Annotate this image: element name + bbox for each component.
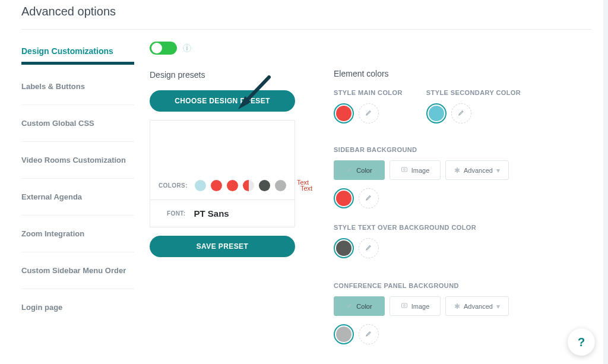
preset-color-5: [259, 180, 270, 191]
colors-label: COLORS:: [159, 182, 188, 189]
preset-color-1: [195, 180, 206, 191]
sidebar-item-zoom[interactable]: Zoom Integration: [21, 216, 134, 252]
svg-point-1: [403, 169, 405, 170]
preset-card: COLORS: FONT: PT Sans: [150, 120, 295, 227]
sidebar-item-login-page[interactable]: Login page: [21, 289, 134, 325]
sidebar-item-external-agenda[interactable]: External Agenda: [21, 179, 134, 216]
sidebar-item-labels-buttons[interactable]: Labels & Buttons: [21, 68, 134, 105]
preset-color-4: [243, 180, 254, 191]
sidebar-bg-color-swatch[interactable]: [334, 188, 354, 208]
eyedropper-icon[interactable]: [359, 324, 379, 344]
conf-panel-color-swatch[interactable]: [334, 324, 354, 344]
conf-panel-tab-image[interactable]: Image: [390, 296, 441, 316]
conf-panel-tab-color[interactable]: Color: [334, 296, 385, 316]
gear-icon: ✱: [454, 166, 460, 175]
chevron-down-icon: ▾: [496, 166, 500, 175]
preset-color-6: [275, 180, 286, 191]
camera-icon: [401, 166, 408, 175]
tab-design-customizations[interactable]: Design Customizations: [21, 42, 134, 65]
info-icon[interactable]: i: [183, 44, 191, 52]
svg-rect-2: [401, 303, 407, 308]
sidebar-bg-tab-color[interactable]: Color: [334, 160, 385, 180]
element-colors-title: Element colors: [334, 69, 591, 78]
svg-point-3: [403, 305, 405, 306]
eyedropper-icon[interactable]: [359, 188, 379, 208]
sidebar-item-video-rooms[interactable]: Video Rooms Customization: [21, 142, 134, 179]
style-main-color-label: STYLE MAIN COLOR: [334, 89, 403, 96]
font-label: FONT:: [167, 210, 185, 217]
preset-color-3: [227, 180, 238, 191]
camera-icon: [401, 302, 408, 311]
conference-panel-bg-label: CONFERENCE PANEL BACKGROUND: [334, 282, 591, 289]
help-button[interactable]: ?: [568, 328, 595, 356]
page-title: Advanced options: [21, 5, 591, 30]
save-preset-button[interactable]: SAVE PRESET: [150, 236, 295, 257]
annotation-text: Text Text: [297, 179, 312, 191]
annotation-arrow-icon: [235, 74, 276, 115]
font-value: PT Sans: [194, 208, 229, 219]
sidebar-bg-tab-advanced[interactable]: ✱ Advanced ▾: [445, 160, 509, 180]
preset-color-2: [211, 180, 222, 191]
sidebar-bg-tab-image[interactable]: Image: [390, 160, 441, 180]
style-secondary-color-label: STYLE SECONDARY COLOR: [426, 89, 521, 96]
text-over-bg-label: STYLE TEXT OVER BACKGROUND COLOR: [334, 224, 591, 231]
secondary-color-swatch[interactable]: [426, 103, 446, 124]
conf-panel-tab-advanced[interactable]: ✱ Advanced ▾: [445, 296, 509, 316]
right-gutter: [603, 0, 608, 364]
main-color-swatch[interactable]: [334, 103, 354, 124]
svg-rect-0: [401, 167, 407, 172]
gear-icon: ✱: [454, 302, 460, 311]
eyedropper-icon[interactable]: [359, 238, 379, 258]
eyedropper-icon[interactable]: [451, 103, 471, 124]
chevron-down-icon: ▾: [496, 302, 500, 311]
sidebar-item-custom-sidebar-order[interactable]: Custom Sidebar Menu Order: [21, 252, 134, 289]
sidebar: Design Customizations Labels & Buttons C…: [21, 30, 134, 344]
sidebar-item-custom-css[interactable]: Custom Global CSS: [21, 105, 134, 142]
eyedropper-icon[interactable]: [359, 103, 379, 124]
enable-toggle[interactable]: [150, 42, 177, 55]
sidebar-background-label: SIDEBAR BACKGROUND: [334, 146, 591, 153]
text-over-bg-swatch[interactable]: [334, 238, 354, 258]
